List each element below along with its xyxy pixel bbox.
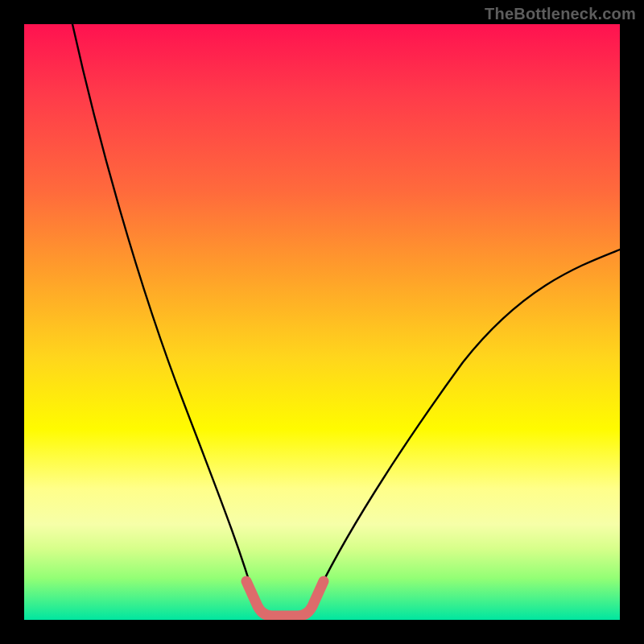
watermark-text: TheBottleneck.com bbox=[485, 5, 636, 23]
chart-frame: TheBottleneck.com bbox=[0, 0, 644, 644]
curve-left-branch bbox=[72, 24, 256, 604]
chart-svg bbox=[24, 24, 620, 620]
valley-highlight bbox=[246, 581, 324, 616]
chart-plot-area bbox=[24, 24, 620, 620]
curve-right-branch bbox=[312, 250, 620, 604]
